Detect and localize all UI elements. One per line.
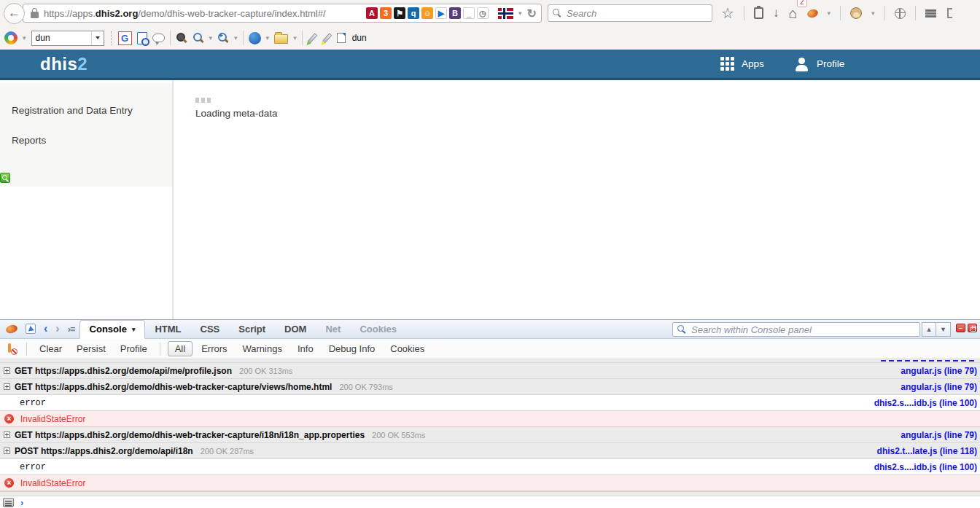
d3-icon[interactable]: 3	[380, 7, 392, 19]
google-toolbar-icon[interactable]	[4, 31, 18, 44]
minimize-button[interactable]: –	[956, 324, 965, 332]
highlighter-yellow-icon[interactable]	[322, 33, 332, 43]
tab-html[interactable]: HTML	[145, 321, 190, 338]
magnifier-icon[interactable]	[192, 32, 204, 44]
combo-dropdown-icon[interactable]	[91, 31, 104, 45]
filter-cookies[interactable]: Cookies	[384, 342, 431, 356]
search-next-button[interactable]: ▼	[936, 322, 951, 337]
greasemonkey-icon[interactable]	[850, 7, 862, 19]
source-link[interactable]: dhis2.t...late.js (line 118)	[877, 446, 977, 456]
folder-dropdown-icon[interactable]: ▾	[293, 34, 297, 42]
tab-script[interactable]: Script	[229, 321, 275, 338]
angularjs-icon[interactable]: A	[366, 7, 378, 19]
downloads-icon[interactable]: ↓	[773, 6, 779, 20]
browser-search-box[interactable]	[548, 4, 712, 22]
tab-console[interactable]: Console▾	[79, 320, 146, 339]
expand-icon[interactable]	[4, 367, 10, 374]
google-search-button[interactable]: G	[118, 31, 132, 45]
persist-button[interactable]: Persist	[70, 341, 112, 356]
smiley-lib-icon[interactable]: ☺	[421, 7, 433, 19]
profile-button[interactable]: Profile	[114, 341, 154, 356]
highlight-words-icon[interactable]	[337, 33, 346, 43]
console-row[interactable]: ×InvalidStateError	[0, 475, 980, 491]
source-link[interactable]: dhis2.s....idb.js (line 100)	[874, 462, 977, 472]
expand-icon[interactable]	[4, 431, 10, 438]
expand-icon[interactable]	[4, 448, 10, 454]
filter-info[interactable]: Info	[291, 342, 320, 356]
magnifier-dropdown-icon[interactable]: ▾	[209, 34, 213, 42]
filter-warnings[interactable]: Warnings	[236, 342, 289, 356]
norway-flag-icon[interactable]	[498, 8, 513, 19]
history-back-icon[interactable]: ‹	[44, 323, 47, 335]
bookmark-star-icon[interactable]: ☆	[721, 4, 734, 22]
inspect-element-icon[interactable]	[26, 324, 36, 334]
url-bar[interactable]: https://apps.dhis2.org/demo/dhis-web-tra…	[23, 4, 542, 23]
console-row[interactable]: errordhis2.s....idb.js (line 100)	[0, 395, 980, 411]
jquery-icon[interactable]: q	[408, 7, 419, 19]
back-button[interactable]: ←	[4, 3, 25, 24]
sidebar-item[interactable]: Registration and Data Entry	[12, 105, 133, 116]
console-row[interactable]: GET https://apps.dhis2.org/demo/dhis-web…	[0, 379, 980, 395]
source-link[interactable]: dhis2.s....idb.js (line 100)	[874, 398, 977, 408]
filter-all[interactable]: All	[168, 341, 192, 356]
bootstrap-icon[interactable]: B	[449, 7, 461, 19]
google-toolbar-dropdown-icon[interactable]: ▾	[23, 34, 26, 42]
console-row[interactable]: POST https://apps.dhis2.org/demo/api/i18…	[0, 443, 980, 459]
filter-errors[interactable]: Errors	[195, 342, 233, 356]
menu-hamburger-icon[interactable]	[925, 9, 936, 17]
flag-lib-icon[interactable]: ⚑	[394, 7, 405, 19]
source-link[interactable]: angular.js (line 79)	[901, 382, 977, 392]
zoom-dropdown-icon[interactable]: ▾	[234, 34, 238, 42]
page-info-icon[interactable]	[249, 32, 261, 44]
paperplane-icon[interactable]: ▶	[435, 7, 447, 19]
command-editor-toggle-icon[interactable]	[3, 498, 14, 507]
console-row[interactable]: errordhis2.s....idb.js (line 100)	[0, 459, 980, 475]
apps-menu-button[interactable]: Apps	[720, 50, 764, 78]
profile-menu-button[interactable]: Profile	[795, 50, 844, 78]
history-forward-icon[interactable]: ›	[55, 323, 59, 335]
firebug-dropdown-icon[interactable]: ▾	[828, 9, 831, 17]
tab-net[interactable]: Net	[316, 321, 350, 338]
tab-cookies[interactable]: Cookies	[350, 321, 406, 338]
expand-icon[interactable]	[4, 383, 10, 390]
urlbar-dropdown-icon[interactable]: ▾	[518, 9, 522, 17]
console-search-input[interactable]	[691, 324, 915, 335]
browser-search-input[interactable]	[567, 8, 707, 19]
info-dropdown-icon[interactable]: ▾	[266, 34, 270, 42]
comments-icon[interactable]	[152, 34, 165, 42]
dhis2-logo[interactable]: dhis2	[40, 54, 88, 74]
filter-debug-info[interactable]: Debug Info	[322, 342, 382, 356]
clock-lib-icon[interactable]: ◷	[477, 7, 489, 19]
console-row[interactable]: ×InvalidStateError	[0, 411, 980, 427]
firebug-menu-icon[interactable]	[5, 324, 18, 335]
console-search-box[interactable]	[672, 322, 920, 337]
reload-icon[interactable]: ↻	[527, 7, 537, 20]
open-folder-icon[interactable]	[274, 34, 288, 44]
toolbar-search-combobox[interactable]: dun	[31, 31, 104, 46]
tab-dom[interactable]: DOM	[275, 321, 316, 338]
firebug-icon[interactable]	[806, 7, 819, 18]
source-link[interactable]: angular.js (line 79)	[901, 430, 977, 440]
console-row[interactable]: GET https://apps.dhis2.org/demo/api/me/p…	[0, 363, 980, 379]
globe-edit-icon[interactable]	[895, 8, 906, 19]
command-line[interactable]: ›	[0, 496, 980, 508]
find-in-page-icon[interactable]	[137, 32, 147, 44]
search-site-icon[interactable]	[176, 32, 187, 44]
url-text[interactable]: https://apps.dhis2.org/demo/dhis-web-tra…	[44, 8, 361, 19]
command-line-icon[interactable]: ›≡	[68, 324, 75, 335]
source-link[interactable]: angular.js (line 79)	[901, 366, 977, 376]
bookmarks-menu-icon[interactable]	[754, 7, 763, 19]
console-row[interactable]: GET https://apps.dhis2.org/demo/dhis-web…	[0, 427, 980, 443]
search-prev-button[interactable]: ▲	[922, 322, 936, 337]
highlighter-green-icon[interactable]	[307, 33, 317, 43]
clear-button[interactable]: Clear	[33, 341, 69, 356]
detach-window-button[interactable]	[968, 324, 977, 332]
underscore-icon[interactable]: _	[463, 7, 475, 19]
zoom-in-icon[interactable]: +	[217, 32, 229, 44]
quick-search-icon[interactable]	[0, 173, 10, 183]
tab-css[interactable]: CSS	[191, 321, 230, 338]
break-on-errors-icon[interactable]	[6, 343, 18, 355]
sidebar-toggle-partial-icon[interactable]	[947, 8, 952, 18]
home-icon[interactable]: ⌂2	[788, 5, 797, 22]
sidebar-item[interactable]: Reports	[12, 135, 46, 146]
